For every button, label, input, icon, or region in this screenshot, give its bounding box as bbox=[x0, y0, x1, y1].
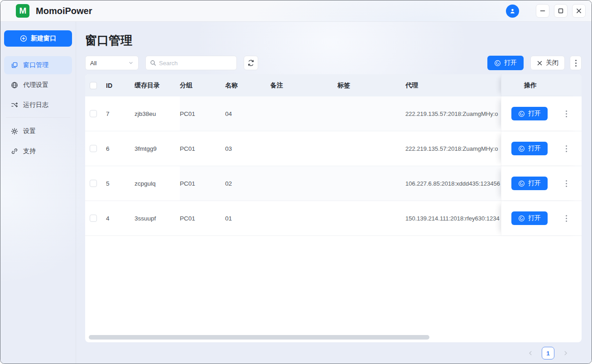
logo-letter: M bbox=[19, 6, 26, 16]
cell-id: 7 bbox=[106, 96, 135, 131]
toolbar-right: 打开 关闭 bbox=[487, 56, 582, 70]
toolbar-more-button[interactable] bbox=[570, 56, 582, 70]
main-panel: 窗口管理 All bbox=[76, 22, 592, 364]
row-fixed-left: 4 3ssuupf bbox=[85, 201, 180, 235]
sidebar-item-run-logs[interactable]: 运行日志 bbox=[4, 96, 72, 114]
page-number-button[interactable]: 1 bbox=[542, 347, 554, 359]
row-open-button[interactable]: 打开 bbox=[511, 211, 548, 225]
row-checkbox[interactable] bbox=[90, 215, 97, 222]
cell-proxy: 222.219.135.57:2018:ZuamgMHy:o bbox=[405, 131, 501, 166]
cell-group: PC01 bbox=[180, 131, 225, 166]
cell-cache-dir: 3ssuupf bbox=[135, 201, 180, 235]
select-all-checkbox[interactable] bbox=[90, 82, 97, 89]
page-title: 窗口管理 bbox=[85, 33, 582, 48]
cell-group: PC01 bbox=[180, 166, 225, 201]
cell-name: 01 bbox=[225, 201, 270, 235]
row-more-button[interactable] bbox=[564, 213, 569, 224]
row-fixed-left: 6 3fmtgg9 bbox=[85, 131, 180, 166]
row-more-button[interactable] bbox=[564, 178, 569, 189]
row-scroll-section: PC01 04 222.219.135.57:2018:ZuamgMHy:o bbox=[180, 96, 501, 131]
column-header-cache-dir: 缓存目录 bbox=[135, 74, 180, 96]
row-scroll-section: PC01 01 150.139.214.111:2018:rfey630:123… bbox=[180, 201, 501, 235]
row-actions: 打开 bbox=[501, 201, 582, 235]
open-selected-button[interactable]: 打开 bbox=[487, 56, 524, 70]
row-actions: 打开 bbox=[501, 166, 582, 201]
maximize-icon bbox=[558, 8, 564, 14]
cell-tag bbox=[337, 131, 405, 166]
cell-note bbox=[270, 201, 337, 235]
row-fixed-left: 5 zcpgulq bbox=[85, 166, 180, 201]
browser-open-icon bbox=[518, 110, 525, 117]
close-x-icon bbox=[537, 60, 543, 66]
close-icon bbox=[576, 8, 582, 14]
row-fixed-left: 7 zjb38eu bbox=[85, 96, 180, 131]
cell-tag bbox=[337, 166, 405, 201]
refresh-button[interactable] bbox=[244, 56, 258, 70]
row-checkbox[interactable] bbox=[90, 180, 97, 187]
pagination: 1 bbox=[85, 342, 582, 364]
cell-id: 4 bbox=[106, 201, 135, 235]
cell-proxy: 222.219.135.57:2018:ZuamgMHy:o bbox=[405, 96, 501, 131]
sidebar-item-support[interactable]: 支持 bbox=[4, 142, 72, 160]
row-actions: 打开 bbox=[501, 96, 582, 131]
row-open-label: 打开 bbox=[528, 110, 541, 118]
refresh-icon bbox=[247, 59, 255, 67]
sidebar-item-label: 代理设置 bbox=[23, 81, 48, 89]
table-header: ID 缓存目录 分组 名称 备注 标签 代理 操作 bbox=[85, 74, 582, 96]
content-area: 新建窗口 窗口管理 代理设置 bbox=[0, 22, 592, 364]
group-filter-select[interactable]: All bbox=[85, 56, 139, 70]
windows-icon bbox=[11, 62, 18, 69]
column-header-proxy: 代理 bbox=[405, 74, 501, 96]
sidebar: 新建窗口 窗口管理 代理设置 bbox=[0, 22, 76, 364]
cell-proxy: 150.139.214.111:2018:rfey630:1234 bbox=[405, 201, 501, 235]
cell-name: 04 bbox=[225, 96, 270, 131]
toolbar: All bbox=[85, 56, 582, 70]
prev-page-button[interactable] bbox=[526, 349, 534, 357]
sidebar-divider bbox=[6, 117, 70, 118]
plus-circle-icon bbox=[20, 35, 27, 42]
sidebar-item-settings[interactable]: 设置 bbox=[4, 122, 72, 140]
new-window-button[interactable]: 新建窗口 bbox=[4, 30, 72, 47]
table-row: 6 3fmtgg9 PC01 03 222.219.135.57:2018:Zu… bbox=[85, 131, 582, 166]
user-avatar-button[interactable] bbox=[506, 5, 519, 18]
close-window-button[interactable] bbox=[572, 4, 586, 18]
app-logo: M bbox=[16, 4, 29, 18]
row-checkbox[interactable] bbox=[90, 110, 97, 117]
app-window: M MomoiPower bbox=[0, 0, 592, 364]
logs-icon bbox=[11, 101, 18, 109]
row-more-button[interactable] bbox=[564, 109, 569, 119]
browser-open-icon bbox=[518, 145, 525, 152]
kebab-icon bbox=[573, 58, 578, 68]
column-header-id: ID bbox=[106, 74, 135, 96]
sidebar-nav: 窗口管理 代理设置 运行日志 bbox=[4, 56, 72, 160]
header-scroll-section: 分组 名称 备注 标签 代理 bbox=[180, 74, 501, 96]
close-selected-button[interactable]: 关闭 bbox=[530, 56, 565, 70]
table-body: 7 zjb38eu PC01 04 222.219.135.57:2018:Zu… bbox=[85, 96, 582, 342]
row-checkbox[interactable] bbox=[90, 145, 97, 152]
horizontal-scrollbar-thumb[interactable] bbox=[89, 335, 429, 340]
row-open-label: 打开 bbox=[528, 144, 541, 153]
globe-icon bbox=[11, 81, 18, 89]
minimize-button[interactable] bbox=[536, 4, 549, 18]
row-open-button[interactable]: 打开 bbox=[511, 107, 548, 120]
table-row: 5 zcpgulq PC01 02 106.227.6.85:2018:xddd… bbox=[85, 166, 582, 201]
group-filter-value: All bbox=[90, 60, 128, 67]
column-header-note: 备注 bbox=[270, 74, 337, 96]
sidebar-item-window-management[interactable]: 窗口管理 bbox=[4, 56, 72, 74]
cell-name: 02 bbox=[225, 166, 270, 201]
table-row: 4 3ssuupf PC01 01 150.139.214.111:2018:r… bbox=[85, 201, 582, 236]
maximize-button[interactable] bbox=[554, 4, 568, 18]
sidebar-item-label: 设置 bbox=[23, 127, 36, 135]
row-more-button[interactable] bbox=[564, 144, 569, 154]
cell-name: 03 bbox=[225, 131, 270, 166]
cell-note bbox=[270, 166, 337, 201]
app-title: MomoiPower bbox=[36, 6, 92, 16]
cell-tag bbox=[337, 96, 405, 131]
gear-icon bbox=[11, 128, 18, 135]
row-open-button[interactable]: 打开 bbox=[511, 177, 548, 190]
sidebar-item-proxy-settings[interactable]: 代理设置 bbox=[4, 76, 72, 94]
row-open-button[interactable]: 打开 bbox=[511, 142, 548, 155]
next-page-button[interactable] bbox=[562, 349, 570, 357]
search-input[interactable] bbox=[159, 60, 232, 67]
browser-open-icon bbox=[518, 215, 525, 222]
